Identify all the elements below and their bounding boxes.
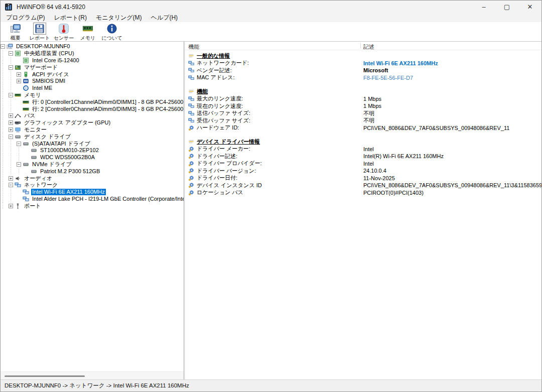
tree-item[interactable]: −(S)ATA/ATAPI ドライブ	[1, 140, 184, 147]
expand-icon[interactable]: +	[17, 72, 21, 77]
details-row[interactable]: 送信バッファ サイズ:不明	[185, 110, 541, 117]
tree-item[interactable]: +SMBIOS DMI	[1, 78, 184, 85]
details-row[interactable]: 最大のリンク速度:1 Mbps	[185, 95, 541, 103]
details-row[interactable]: ネットワークカード:Intel Wi-Fi 6E AX211 160MHz	[185, 60, 541, 67]
feature-label: MAC アドレス:	[197, 74, 235, 81]
expand-icon[interactable]: +	[9, 176, 13, 181]
details-row[interactable]: ハードウェア ID:PCI\VEN_8086&DEV_7AF0&SUBSYS_0…	[185, 124, 541, 132]
tree-indent-guide	[1, 57, 9, 64]
details-row[interactable]: 受信バッファ サイズ:不明	[185, 117, 541, 124]
tree-item[interactable]: Intel ME	[1, 85, 184, 92]
details-row[interactable]: ドライバー プロバイダー:Intel	[185, 160, 541, 168]
expand-icon[interactable]: +	[17, 79, 21, 83]
toolbar-button-4[interactable]: メモリ	[76, 23, 100, 41]
collapse-icon[interactable]: −	[9, 135, 13, 139]
details-section-header[interactable]: 機能	[185, 88, 541, 95]
tree-item-label: オーディオ	[23, 175, 53, 182]
collapse-icon[interactable]: −	[9, 183, 13, 187]
tree-indent-guide	[9, 189, 17, 196]
expand-icon[interactable]: +	[9, 120, 13, 125]
collapse-icon[interactable]: −	[9, 93, 13, 97]
column-header-feature[interactable]: 機能	[188, 43, 199, 51]
expand-icon[interactable]: +	[9, 113, 13, 118]
tree-indent-guide	[9, 140, 17, 147]
tree-item[interactable]: Intel Alder Lake PCH - I219-LM GbE Contr…	[1, 196, 184, 203]
tree-item[interactable]: −ディスク ドライブ	[1, 133, 184, 140]
tree-item[interactable]: +オーディオ	[1, 175, 184, 182]
tree-indent-guide	[1, 175, 9, 182]
feature-label: ベンダー記述:	[197, 67, 232, 74]
menu-help[interactable]: ヘルプ(H)	[147, 13, 183, 23]
tree-item[interactable]: −マザーボード	[1, 64, 184, 71]
feature-label: ハードウェア ID:	[197, 124, 239, 132]
feature-value: Microsoft	[363, 67, 388, 74]
tree-item[interactable]: −中央処理装置 (CPU)	[1, 50, 184, 57]
tree-item[interactable]: Patriot M.2 P300 512GB	[1, 168, 184, 175]
tree-item[interactable]: +モニター	[1, 126, 184, 134]
feature-value: PCI\VEN_8086&DEV_7AF0&SUBSYS_00948086&RE…	[363, 124, 509, 132]
feature-label: ロケーション パス	[197, 189, 243, 196]
details-row[interactable]: デバイス インスタンス IDPCI\VEN_8086&DEV_7AF0&SUBS…	[185, 182, 541, 189]
tree-indent-guide	[1, 112, 9, 119]
scrollbar-thumb[interactable]	[5, 375, 85, 377]
ram-icon	[23, 106, 30, 112]
minimize-button[interactable]: –	[472, 1, 495, 13]
expand-icon[interactable]: +	[9, 127, 13, 132]
tree-item[interactable]: −DESKTOP-MJUNNF0	[1, 43, 184, 50]
tree-item[interactable]: −メモリ	[1, 92, 184, 99]
tree-item[interactable]: +グラフィックス アダプター (GPU)	[1, 119, 184, 126]
details-row[interactable]: ドライバー メーカー:Intel	[185, 146, 541, 153]
column-header-description[interactable]: 記述	[363, 43, 374, 51]
expand-icon[interactable]: +	[9, 204, 13, 208]
details-row[interactable]: ドライバー日付:11-Nov-2025	[185, 175, 541, 182]
tree-item[interactable]: ST1000DM010-2EP102	[1, 147, 184, 154]
tree-item[interactable]: +ACPI デバイス	[1, 71, 184, 78]
tree-indent-guide	[17, 168, 25, 175]
tree-item[interactable]: Intel Core i5-12400	[1, 57, 184, 64]
details-row[interactable]: MAC アドレス:F8-FE-5E-56-FE-D7	[185, 74, 541, 82]
menu-monitoring[interactable]: モニタリング(M)	[91, 13, 147, 23]
feature-label: ドライバー メーカー:	[197, 145, 250, 153]
collapse-icon[interactable]: −	[17, 162, 21, 167]
menu-program[interactable]: プログラム(P)	[2, 13, 49, 23]
menu-report[interactable]: レポート(R)	[49, 13, 91, 23]
collapse-icon[interactable]: −	[9, 51, 13, 56]
details-row[interactable]: ドライバー バージョン:24.10.0.4	[185, 167, 541, 175]
tree-item[interactable]: +ポート	[1, 202, 184, 209]
toolbar-button-label: メモリ	[80, 35, 96, 42]
toolbar-button-3[interactable]: センサー	[52, 23, 76, 41]
tree-item[interactable]: −NVMe ドライブ	[1, 161, 184, 168]
row-gear-icon	[188, 124, 195, 131]
details-section-header[interactable]: デバイス ドライバー情報	[185, 138, 541, 146]
bus-icon	[15, 112, 22, 119]
tree-indent-guide	[1, 92, 9, 99]
tree-item-label: WDC WDS500G2B0A	[39, 154, 96, 161]
tree-item[interactable]: Intel Wi-Fi 6E AX211 160MHz	[1, 189, 184, 196]
feature-value: 不明	[363, 117, 374, 124]
toolbar-button-1[interactable]: 概要	[4, 23, 28, 41]
collapse-icon[interactable]: −	[17, 142, 21, 146]
toolbar-button-5[interactable]: について	[100, 23, 124, 41]
details-row[interactable]: ロケーション パスPCIROOT(0)#PCI(1403)	[185, 189, 541, 197]
tree-item[interactable]: WDC WDS500G2B0A	[1, 154, 184, 161]
details-section-header[interactable]: 一般的な情報	[185, 52, 541, 60]
details-row[interactable]: 現在のリンク速度:1 Mbps	[185, 102, 541, 110]
details-column-header: 機能 記述	[185, 42, 541, 50]
column-header-separator[interactable]	[360, 43, 361, 49]
close-button[interactable]: ✕	[518, 1, 541, 13]
tree-item[interactable]: +バス	[1, 112, 184, 119]
tree-item[interactable]: −ネットワーク	[1, 182, 184, 189]
tree-horizontal-scrollbar[interactable]	[1, 371, 184, 379]
collapse-icon[interactable]: −	[1, 44, 5, 49]
maximize-button[interactable]: ▢	[495, 1, 518, 13]
tree-item[interactable]: 行: 2 [Controller0ChannelADimm0/DIMM3] - …	[1, 105, 184, 112]
toolbar-button-2[interactable]: レポート	[28, 23, 52, 41]
tree-item[interactable]: 行: 0 [Controller1ChannelADimm0/DIMM1] - …	[1, 98, 184, 105]
feature-label: デバイス インスタンス ID	[197, 182, 262, 189]
collapse-icon[interactable]: −	[9, 65, 13, 70]
tree-indent-guide	[9, 71, 17, 78]
details-row[interactable]: ドライバー記述:Intel(R) Wi-Fi 6E AX211 160MHz	[185, 153, 541, 160]
row-gear-icon	[188, 182, 195, 189]
tree-item-label: Patriot M.2 P300 512GB	[39, 168, 101, 175]
details-row[interactable]: ベンダー記述:Microsoft	[185, 67, 541, 74]
